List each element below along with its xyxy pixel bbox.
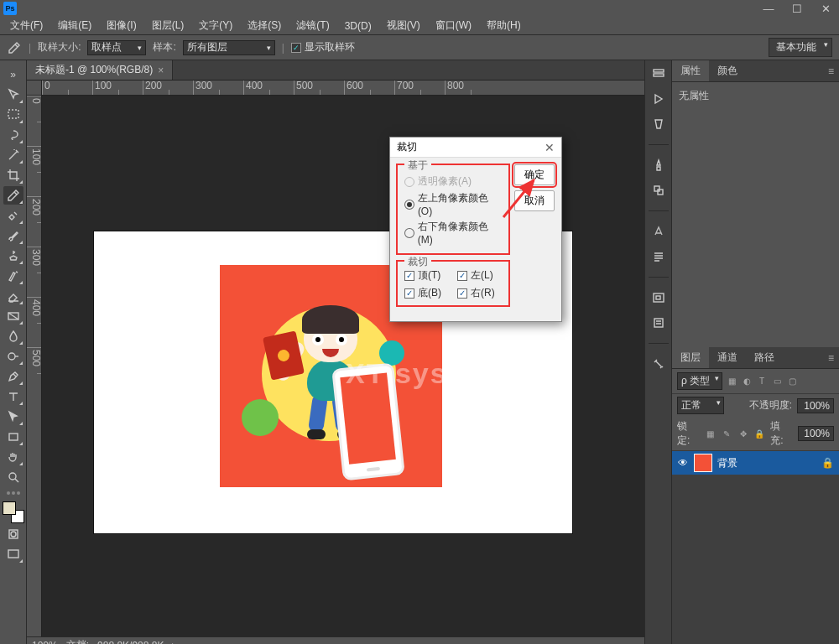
menu-image[interactable]: 图像(I): [100, 17, 143, 34]
menu-type[interactable]: 文字(Y): [192, 17, 239, 34]
menu-layer[interactable]: 图层(L): [145, 17, 191, 34]
lasso-tool[interactable]: [3, 126, 23, 144]
pen-tool[interactable]: [3, 367, 23, 386]
marquee-tool[interactable]: [3, 106, 23, 124]
tab-channels[interactable]: 通道: [709, 347, 746, 368]
filter-pixel-icon[interactable]: ▦: [726, 376, 737, 387]
tab-paths[interactable]: 路径: [746, 347, 783, 368]
checkbox-left[interactable]: ✓左(L): [457, 268, 502, 283]
dialog-titlebar[interactable]: 裁切 ✕: [390, 138, 561, 158]
filter-smart-icon[interactable]: ▢: [786, 376, 798, 387]
svg-rect-9: [654, 74, 664, 76]
document-tab[interactable]: 未标题-1 @ 100%(RGB/8) ×: [27, 60, 173, 80]
menu-view[interactable]: 视图(V): [380, 17, 427, 34]
notes-panel-icon[interactable]: [650, 314, 667, 331]
art-hair: [302, 305, 359, 334]
history-panel-icon[interactable]: [650, 65, 667, 82]
checkbox-bottom[interactable]: ✓底(B): [404, 286, 449, 300]
foreground-color-swatch[interactable]: [3, 501, 16, 515]
menu-filter[interactable]: 滤镜(T): [289, 17, 336, 34]
screen-mode-tool[interactable]: [3, 545, 23, 564]
panel-menu-icon[interactable]: ≡: [823, 65, 839, 77]
sample-size-select[interactable]: 取样点: [87, 40, 146, 55]
check-icon: ✓: [457, 271, 467, 281]
character-panel-icon[interactable]: [650, 223, 667, 240]
tab-properties[interactable]: 属性: [672, 60, 709, 81]
zoom-level[interactable]: 100%: [32, 640, 58, 645]
vertical-ruler[interactable]: 0 100 200 300 400 500: [27, 96, 42, 644]
type-tool[interactable]: [3, 387, 23, 406]
menu-select[interactable]: 选择(S): [241, 17, 288, 34]
menu-file[interactable]: 文件(F): [3, 17, 50, 34]
dialog-close-icon[interactable]: ✕: [545, 141, 555, 154]
horizontal-ruler[interactable]: 0 100 200 300 400 500 600 700 800: [42, 80, 644, 96]
rectangle-tool[interactable]: [3, 428, 23, 446]
clone-source-icon[interactable]: [650, 182, 667, 199]
radio-bottomright[interactable]: 右下角像素颜色(M): [404, 220, 502, 246]
opacity-input[interactable]: 100%: [797, 398, 834, 413]
show-sampling-ring[interactable]: ✓ 显示取样环: [291, 40, 355, 55]
lock-all-icon[interactable]: 🔒: [754, 428, 766, 439]
move-tool[interactable]: [3, 86, 23, 104]
tool-edit-icon[interactable]: [7, 491, 20, 495]
status-flyout-icon[interactable]: ▶: [172, 641, 178, 645]
ok-button[interactable]: 确定: [514, 164, 555, 185]
hand-tool[interactable]: [3, 448, 23, 466]
menu-help[interactable]: 帮助(H): [480, 17, 528, 34]
actions-panel-icon[interactable]: [650, 91, 667, 107]
visibility-icon[interactable]: 👁: [677, 457, 689, 469]
filter-type-icon[interactable]: T: [756, 376, 768, 387]
paragraph-panel-icon[interactable]: [650, 248, 667, 265]
lock-position-icon[interactable]: ✥: [737, 428, 749, 439]
fill-input[interactable]: 100%: [798, 426, 834, 441]
lock-paint-icon[interactable]: ✎: [721, 428, 732, 439]
filter-adjustment-icon[interactable]: ◐: [741, 376, 753, 387]
checkbox-right[interactable]: ✓右(R): [457, 286, 502, 300]
blend-mode-select[interactable]: 正常: [677, 397, 724, 414]
magic-wand-tool[interactable]: [3, 146, 23, 164]
dodge-tool[interactable]: [3, 347, 23, 366]
quick-mask-tool[interactable]: [3, 525, 23, 543]
tab-color[interactable]: 颜色: [709, 60, 746, 81]
measurement-panel-icon[interactable]: [650, 356, 667, 372]
eyedropper-tool[interactable]: [3, 186, 23, 205]
panel-menu-icon[interactable]: ≡: [823, 352, 839, 364]
tab-layers[interactable]: 图层: [672, 347, 709, 368]
layer-row-background[interactable]: 👁 背景 🔒: [672, 451, 839, 475]
filter-shape-icon[interactable]: ▭: [771, 376, 783, 387]
maximize-button[interactable]: ☐: [787, 3, 807, 14]
layer-thumbnail[interactable]: [694, 454, 712, 472]
navigator-panel-icon[interactable]: [650, 289, 667, 306]
brush-panel-icon[interactable]: [650, 116, 667, 132]
sample-select[interactable]: 所有图层: [183, 40, 275, 55]
layer-kind-select[interactable]: ρ 类型: [677, 372, 722, 390]
gradient-tool[interactable]: [3, 307, 23, 325]
toolbar-collapse-icon[interactable]: »: [3, 65, 23, 84]
color-swatches[interactable]: [3, 501, 24, 523]
crop-tool[interactable]: [3, 166, 23, 184]
radio-topleft[interactable]: 左上角像素颜色(O): [404, 191, 502, 217]
minimize-button[interactable]: —: [758, 3, 779, 14]
path-selection-tool[interactable]: [3, 408, 23, 426]
menu-edit[interactable]: 编辑(E): [51, 17, 98, 34]
zoom-tool[interactable]: [3, 468, 23, 486]
eraser-tool[interactable]: [3, 287, 23, 305]
menu-window[interactable]: 窗口(W): [429, 17, 478, 34]
art-shoe: [307, 429, 326, 439]
healing-brush-tool[interactable]: [3, 206, 23, 225]
lock-transparency-icon[interactable]: ▦: [705, 428, 717, 439]
close-tab-icon[interactable]: ×: [158, 65, 164, 76]
clone-stamp-tool[interactable]: [3, 247, 23, 265]
layer-list[interactable]: 👁 背景 🔒: [672, 451, 839, 644]
close-button[interactable]: ✕: [816, 3, 836, 14]
checkbox-top[interactable]: ✓顶(T): [404, 268, 449, 283]
trim-dialog[interactable]: 裁切 ✕ 基于 透明像素(A) 左上角像素颜色(O) 右下角像素颜色(M): [389, 137, 562, 322]
history-brush-tool[interactable]: [3, 267, 23, 285]
brush-presets-icon[interactable]: [650, 157, 667, 174]
cancel-button[interactable]: 取消: [514, 190, 555, 211]
blur-tool[interactable]: [3, 327, 23, 345]
workspace-switcher[interactable]: 基本功能: [769, 38, 832, 57]
brush-tool[interactable]: [3, 226, 23, 245]
menu-3d[interactable]: 3D(D): [338, 18, 378, 34]
trimaway-group: 裁切 ✓顶(T) ✓左(L) ✓底(B) ✓右(R): [397, 261, 509, 306]
